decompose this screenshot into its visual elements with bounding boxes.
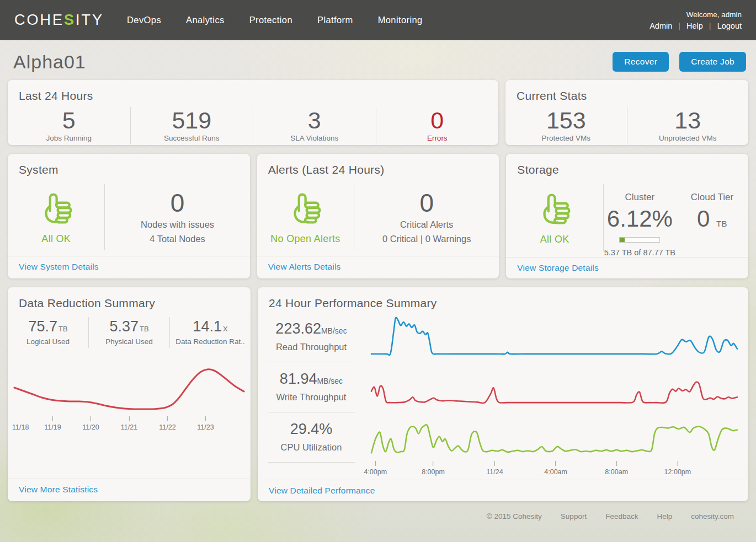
card-footer: View System Details <box>8 256 250 278</box>
card-storage: Storage All OK <box>506 154 748 278</box>
logo-text: COHE <box>14 12 64 28</box>
critical-alerts-count: 0 <box>419 190 434 216</box>
stat-label: Jobs Running <box>8 134 130 142</box>
stat-read-throughput: 223.62MB/sec Read Throughput <box>268 312 355 362</box>
card-title: Alerts (Last 24 Hours) <box>257 154 499 176</box>
axis-tick: 11/18 <box>12 416 29 431</box>
stat-protected-vms: 153 Protected VMs <box>505 107 627 144</box>
nav-item-devops[interactable]: DevOps <box>127 15 161 25</box>
card-title: 24 Hour Performance Summary <box>258 287 748 310</box>
stat-value: 29.4% <box>290 421 333 437</box>
current-stats: 153 Protected VMs 13 Unprotected VMs <box>505 107 748 144</box>
footer-help-link[interactable]: Help <box>657 512 672 520</box>
data-reduction-x-axis: 11/1811/1911/2011/2111/2211/23 <box>14 416 244 434</box>
user-links: Admin | Help | Logout <box>649 22 742 30</box>
stat-label: Errors <box>376 134 499 142</box>
create-job-button[interactable]: Create Job <box>679 52 746 72</box>
stat-label: Write Throughput <box>268 392 355 403</box>
stat-value: 14.1 <box>193 318 222 335</box>
axis-tick: 4:00pm <box>364 461 387 476</box>
logo-accent-s: S <box>64 12 76 28</box>
stat-label: Read Throughput <box>268 342 355 352</box>
recover-button[interactable]: Recover <box>613 52 669 72</box>
stat-value: 75.7 <box>28 318 57 335</box>
thumbs-up-icon <box>287 190 323 226</box>
stat-value: 5 <box>8 108 130 133</box>
page-title: Alpha01 <box>13 51 86 73</box>
axis-tick: 4:00am <box>544 461 567 476</box>
stat-cpu-utilization: 29.4% CPU Utilization <box>268 412 355 463</box>
feedback-link[interactable]: Feedback <box>605 512 638 520</box>
help-link[interactable]: Help <box>686 22 703 30</box>
stat-physical-used: 5.37TB Physical Used <box>88 317 169 348</box>
card-title: Current Stats <box>505 80 748 103</box>
alerts-status-text: No Open Alerts <box>270 233 340 245</box>
alerts-info: 0 Critical Alerts 0 Critical | 0 Warning… <box>354 179 499 256</box>
stat-write-throughput: 81.94MB/sec Write Throughput <box>268 362 355 412</box>
storage-status-text: All OK <box>540 234 569 245</box>
stat-sla-violations: 3 SLA Violations <box>253 107 376 144</box>
system-status: All OK <box>8 179 104 256</box>
card-performance: 24 Hour Performance Summary 223.62MB/sec… <box>258 287 748 501</box>
main-nav: DevOps Analytics Protection Platform Mon… <box>127 15 423 25</box>
card-footer: View More Statistics <box>8 479 251 501</box>
view-alerts-details-link[interactable]: View Alerts Details <box>268 262 341 271</box>
cluster-usage-text: 5.37 TB of 87.77 TB <box>604 248 676 257</box>
logout-link[interactable]: Logout <box>717 22 742 30</box>
stat-label: Data Reduction Rat.. <box>171 337 249 346</box>
stat-value: 0 <box>376 108 499 133</box>
logo-text-end: ITY <box>76 12 104 28</box>
stat-jobs-running: 5 Jobs Running <box>8 107 130 144</box>
stat-data-reduction-ratio: 14.1X Data Reduction Rat.. <box>169 317 251 348</box>
total-nodes-label: 4 Total Nodes <box>150 234 205 244</box>
stat-value: 13 <box>627 108 749 133</box>
stat-errors: 0 Errors <box>376 107 499 144</box>
stat-unprotected-vms: 13 Unprotected VMs <box>627 107 749 144</box>
admin-link[interactable]: Admin <box>649 22 672 30</box>
stat-value: 5.37 <box>109 318 139 335</box>
data-reduction-chart <box>14 361 244 416</box>
stat-label: Physical Used <box>90 337 168 346</box>
system-info: 0 Nodes with issues 4 Total Nodes <box>105 179 249 256</box>
cluster-percent: 6.12% <box>604 207 676 230</box>
nav-item-protection[interactable]: Protection <box>249 15 292 25</box>
cluster-usage-bar-fill <box>620 238 625 242</box>
stat-value: 153 <box>505 108 627 133</box>
stat-unit: TB <box>140 325 149 333</box>
link-divider: | <box>678 22 680 30</box>
row-summary: Last 24 Hours 5 Jobs Running 519 Success… <box>8 80 748 145</box>
link-divider: | <box>709 22 711 30</box>
cohesity-com-link[interactable]: cohesity.com <box>691 512 734 520</box>
read-throughput-chart <box>371 315 737 357</box>
axis-tick: 11/21 <box>121 416 137 431</box>
nav-item-platform[interactable]: Platform <box>317 15 353 25</box>
cards-grid: Last 24 Hours 5 Jobs Running 519 Success… <box>0 80 756 501</box>
card-title: Storage <box>506 154 748 176</box>
card-system: System All OK <box>8 154 250 278</box>
support-link[interactable]: Support <box>561 512 587 520</box>
stat-label: Protected VMs <box>505 134 627 142</box>
nav-item-analytics[interactable]: Analytics <box>186 15 225 25</box>
nav-item-monitoring[interactable]: Monitoring <box>378 15 423 25</box>
card-footer: View Storage Details <box>506 257 748 280</box>
cohesity-logo[interactable]: COHESITY <box>14 12 104 29</box>
welcome-text: Welcome, admin <box>649 10 742 19</box>
view-more-statistics-link[interactable]: View More Statistics <box>19 485 98 494</box>
card-last-24-hours: Last 24 Hours 5 Jobs Running 519 Success… <box>8 80 498 145</box>
alerts-status: No Open Alerts <box>257 179 354 256</box>
view-system-details-link[interactable]: View System Details <box>19 262 99 271</box>
stat-unit: TB <box>58 325 68 333</box>
cluster-usage: Cluster 6.12% 5.37 TB of 87.77 TB <box>604 184 676 257</box>
card-title: Last 24 Hours <box>8 80 498 103</box>
axis-tick: 11/20 <box>82 416 99 431</box>
view-storage-details-link[interactable]: View Storage Details <box>517 263 599 272</box>
stat-label: Logical Used <box>9 337 87 346</box>
card-footer: View Detailed Performance <box>258 480 748 502</box>
stat-unit: X <box>223 325 228 333</box>
view-detailed-performance-link[interactable]: View Detailed Performance <box>269 486 375 495</box>
axis-tick: 8:00am <box>605 461 628 476</box>
axis-tick: 11/23 <box>197 416 214 431</box>
storage-info: Cluster 6.12% 5.37 TB of 87.77 TB Cloud … <box>604 179 748 257</box>
storage-body: All OK Cluster 6.12% 5.37 TB of 87.77 TB <box>506 179 748 257</box>
stat-label: Unprotected VMs <box>627 134 749 142</box>
